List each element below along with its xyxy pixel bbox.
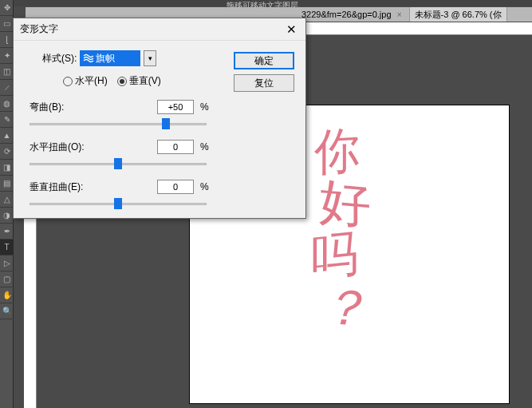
radio-icon <box>117 77 127 86</box>
radio-label: 水平(H) <box>75 74 108 88</box>
close-icon[interactable]: × <box>395 10 404 19</box>
percent-label: % <box>200 141 209 153</box>
tool-lasso[interactable]: ɭ <box>0 32 14 48</box>
dialog-title-text: 变形文字 <box>20 22 58 36</box>
tool-marquee[interactable]: ▭ <box>0 16 14 32</box>
tab-label: 3229&fm=26&gp=0.jpg <box>301 10 392 19</box>
tab-label: 未标题-3 @ 66.7% (你 <box>415 9 502 21</box>
hdist-label: 水平扭曲(O): <box>30 141 157 154</box>
warped-char: 你 <box>307 124 367 179</box>
tool-hand[interactable]: ✋ <box>0 287 14 303</box>
tool-crop[interactable]: ◫ <box>0 64 14 80</box>
bend-label: 弯曲(B): <box>30 101 157 114</box>
percent-label: % <box>200 181 209 192</box>
style-label: 样式(S): <box>42 52 77 65</box>
radio-vertical[interactable]: 垂直(V) <box>117 74 161 88</box>
tool-wand[interactable]: ✦ <box>0 48 14 64</box>
bend-slider[interactable] <box>30 118 207 129</box>
percent-label: % <box>200 101 209 113</box>
radio-label: 垂直(V) <box>129 74 161 88</box>
tool-eyedropper[interactable]: ⟋ <box>0 80 14 96</box>
style-value: 旗帜 <box>96 52 115 65</box>
tool-path[interactable]: ▷ <box>0 255 14 271</box>
tool-move[interactable]: ✥ <box>0 0 14 16</box>
tab-doc-2[interactable]: 未标题-3 @ 66.7% (你 <box>410 7 507 22</box>
close-icon[interactable]: ✕ <box>283 22 299 38</box>
tool-history[interactable]: ⟳ <box>0 144 14 160</box>
tool-pen[interactable]: ✒ <box>0 224 14 240</box>
bend-input[interactable] <box>157 100 194 114</box>
radio-icon <box>63 77 73 86</box>
hdist-row: 水平扭曲(O): % <box>30 139 296 155</box>
tool-brush[interactable]: ✎ <box>0 112 14 128</box>
vdist-row: 垂直扭曲(E): % <box>30 179 296 195</box>
slider-track <box>30 123 207 125</box>
dialog-titlebar[interactable]: 变形文字 ✕ <box>14 18 305 41</box>
slider-thumb[interactable] <box>114 198 122 209</box>
vdist-label: 垂直扭曲(E): <box>30 180 157 194</box>
warped-text[interactable]: 你 好 吗 ？ <box>308 125 373 333</box>
warped-char: 吗 <box>303 226 365 284</box>
tool-shape[interactable]: ▢ <box>0 271 14 287</box>
flag-icon <box>83 53 94 64</box>
vdist-input[interactable] <box>157 180 194 194</box>
warp-text-dialog: 变形文字 ✕ 确定 复位 样式(S): 旗帜 ▾ 水平(H) 垂 <box>13 18 306 219</box>
dialog-body: 确定 复位 样式(S): 旗帜 ▾ 水平(H) 垂直(V) <box>14 41 305 228</box>
warped-char: 好 <box>311 174 380 232</box>
reset-button[interactable]: 复位 <box>234 74 294 92</box>
vdist-slider[interactable] <box>30 198 207 209</box>
tool-stamp[interactable]: ▲ <box>0 128 14 144</box>
dialog-buttons: 确定 复位 <box>234 52 294 92</box>
tools-panel: ✥ ▭ ɭ ✦ ◫ ⟋ ◍ ✎ ▲ ⟳ ◨ ▤ △ ◑ ✒ T ▷ ▢ ✋ 🔍 <box>0 0 14 408</box>
tool-heal[interactable]: ◍ <box>0 96 14 112</box>
hdist-input[interactable] <box>157 140 194 154</box>
hdist-slider[interactable] <box>30 158 207 169</box>
tool-dodge[interactable]: ◑ <box>0 208 14 224</box>
chevron-down-icon: ▾ <box>148 54 152 62</box>
top-hint-bar: 拖移可移动文字图层。 <box>0 0 532 6</box>
ok-button[interactable]: 确定 <box>234 52 294 69</box>
tool-eraser[interactable]: ◨ <box>0 160 14 176</box>
tool-gradient[interactable]: ▤ <box>0 176 14 192</box>
warped-char: ？ <box>310 279 377 335</box>
style-dropdown-button[interactable]: ▾ <box>144 50 156 66</box>
slider-thumb[interactable] <box>114 158 122 169</box>
tool-type[interactable]: T <box>0 240 14 255</box>
tool-blur[interactable]: △ <box>0 192 14 208</box>
style-select[interactable]: 旗帜 <box>80 50 140 66</box>
radio-horizontal[interactable]: 水平(H) <box>63 74 108 88</box>
slider-thumb[interactable] <box>162 118 170 129</box>
tool-zoom[interactable]: 🔍 <box>0 303 14 319</box>
tab-doc-1[interactable]: 3229&fm=26&gp=0.jpg × <box>297 7 410 22</box>
bend-row: 弯曲(B): % <box>30 99 296 115</box>
